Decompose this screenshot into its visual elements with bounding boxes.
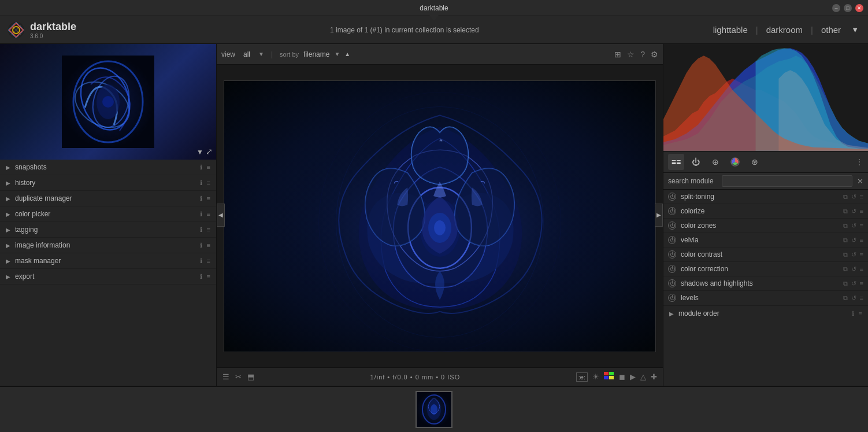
module-reset-split-toning[interactable]: ↺ [851,193,856,201]
panel-color-picker[interactable]: ▶ color picker ℹ ≡ [0,206,216,222]
module-row-color-correction[interactable]: ⏻ color correction ⧉ ↺ ≡ [663,262,868,276]
panel-menu-icon[interactable]: ≡ [207,273,210,280]
panel-export[interactable]: ▶ export ℹ ≡ [0,269,216,285]
module-power-shadows-highlights[interactable]: ⏻ [668,279,676,287]
channel-mixer-icon[interactable]: ⊛ [747,154,763,170]
module-menu-color-correction[interactable]: ≡ [860,265,863,273]
panel-info-icon[interactable]: ℹ [200,242,202,249]
module-menu-velvia[interactable]: ≡ [860,237,863,244]
loupe-icon[interactable]: :e: [576,372,588,382]
panel-tagging[interactable]: ▶ tagging ℹ ≡ [0,222,216,238]
sort-filename-label[interactable]: filename [303,50,329,58]
black-clip-icon[interactable]: ◼ [619,372,625,381]
module-row-colorize[interactable]: ⏻ colorize ⧉ ↺ ≡ [663,204,868,219]
module-order-menu-icon[interactable]: ≡ [859,310,862,317]
module-power-colorize[interactable]: ⏻ [668,207,676,215]
panel-info-icon[interactable]: ℹ [200,273,202,280]
panel-menu-icon[interactable]: ≡ [207,164,210,171]
module-power-color-zones[interactable]: ⏻ [668,221,676,230]
lighttable-nav[interactable]: lighttable [710,23,751,37]
module-reset-velvia[interactable]: ↺ [851,237,856,244]
module-reset-color-contrast[interactable]: ↺ [851,251,856,259]
star-filter-icon[interactable]: ☆ [627,50,635,59]
settings-icon[interactable]: ⚙ [651,50,658,59]
overexpose-icon[interactable]: △ [640,372,646,381]
close-button[interactable]: ✕ [855,4,863,12]
scissors-icon[interactable]: ✂ [235,372,242,381]
module-order-row[interactable]: ▶ module order ℹ ≡ [663,305,868,321]
module-power-levels[interactable]: ⏻ [668,294,676,302]
module-menu-shadows-highlights[interactable]: ≡ [860,280,863,287]
search-module-input[interactable] [722,175,852,187]
panel-info-icon[interactable]: ℹ [200,164,202,171]
module-menu-levels[interactable]: ≡ [860,294,863,302]
panel-info-icon[interactable]: ℹ [200,179,202,187]
params-icon[interactable]: ≡≡ [668,154,684,170]
module-power-split-toning[interactable]: ⏻ [668,193,676,201]
nav-dropdown-button[interactable]: ▼ [849,23,861,36]
module-row-shadows-and-highlights[interactable]: ⏻ shadows and highlights ⧉ ↺ ≡ [663,276,868,291]
active-modules-icon[interactable]: ⏻ [688,154,704,170]
panel-menu-icon[interactable]: ≡ [207,257,210,265]
module-reset-levels[interactable]: ↺ [851,294,856,302]
module-power-velvia[interactable]: ⏻ [668,236,676,244]
view-dropdown-arrow[interactable]: ▼ [258,51,264,57]
panel-history[interactable]: ▶ history ℹ ≡ [0,175,216,191]
module-copy-color-contrast[interactable]: ⧉ [843,251,848,259]
preview-expand-icon[interactable]: ⤢ [206,147,213,156]
filmstrip-thumb-0[interactable] [416,391,452,428]
module-row-levels[interactable]: ⏻ levels ⧉ ↺ ≡ [663,291,868,305]
module-reset-color-correction[interactable]: ↺ [851,265,856,273]
module-reset-colorize[interactable]: ↺ [851,208,856,215]
module-power-color-correction[interactable]: ⏻ [668,265,676,273]
grid-view-icon[interactable]: ⊞ [614,50,621,59]
panel-info-icon[interactable]: ℹ [200,226,202,234]
more-options-icon[interactable]: ⋮ [855,157,863,167]
panel-info-icon[interactable]: ℹ [200,211,202,218]
hamburger-icon[interactable]: ☰ [222,372,229,381]
module-reset-shadows-highlights[interactable]: ↺ [851,280,856,287]
preview-chevron-icon[interactable]: ▼ [196,148,203,156]
color-assessment-icon[interactable] [727,154,743,170]
module-menu-colorize[interactable]: ≡ [860,208,863,215]
panel-duplicate-manager[interactable]: ▶ duplicate manager ℹ ≡ [0,191,216,206]
panel-snapshots[interactable]: ▶ snapshots ℹ ≡ [0,160,216,175]
module-copy-colorize[interactable]: ⧉ [843,208,848,215]
module-copy-levels[interactable]: ⧉ [843,294,848,302]
panel-info-icon[interactable]: ℹ [200,257,202,265]
panel-menu-icon[interactable]: ≡ [207,195,210,202]
minimize-button[interactable]: – [832,4,840,12]
help-icon[interactable]: ? [640,50,645,59]
module-copy-split-toning[interactable]: ⧉ [843,193,848,201]
module-row-color-contrast[interactable]: ⏻ color contrast ⧉ ↺ ≡ [663,248,868,262]
module-power-color-contrast[interactable]: ⏻ [668,250,676,259]
sort-order-button[interactable]: ▲ [344,51,350,57]
panel-image-information[interactable]: ▶ image information ℹ ≡ [0,238,216,253]
other-nav[interactable]: other [818,23,844,37]
module-row-split-toning[interactable]: ⏻ split-toning ⧉ ↺ ≡ [663,190,868,204]
module-order-info-icon[interactable]: ℹ [852,310,854,317]
module-reset-color-zones[interactable]: ↺ [851,222,856,230]
play-icon[interactable]: ▶ [630,372,636,381]
sort-dropdown-arrow[interactable]: ▼ [334,51,340,57]
right-sidebar-collapse[interactable]: ▶ [655,204,663,227]
view-all-button[interactable]: all [240,49,254,60]
all-presets-icon[interactable]: ⊕ [707,154,724,170]
left-sidebar-collapse[interactable]: ◀ [217,204,225,227]
panel-menu-icon[interactable]: ≡ [207,226,210,234]
search-clear-button[interactable]: ✕ [857,177,863,186]
clone-icon[interactable]: ⬒ [247,372,254,381]
panel-mask-manager[interactable]: ▶ mask manager ℹ ≡ [0,253,216,269]
module-menu-color-contrast[interactable]: ≡ [860,251,863,259]
light-icon[interactable]: ☀ [592,372,599,381]
panel-menu-icon[interactable]: ≡ [207,211,210,218]
maximize-button[interactable]: □ [844,4,852,12]
module-row-color-zones[interactable]: ⏻ color zones ⧉ ↺ ≡ [663,219,868,233]
darkroom-nav[interactable]: darkroom [763,23,806,37]
panel-info-icon[interactable]: ℹ [200,195,202,202]
module-menu-color-zones[interactable]: ≡ [860,222,863,230]
module-menu-split-toning[interactable]: ≡ [860,193,863,201]
module-copy-color-correction[interactable]: ⧉ [843,265,848,273]
panel-menu-icon[interactable]: ≡ [207,179,210,187]
module-row-velvia[interactable]: ⏻ velvia ⧉ ↺ ≡ [663,233,868,248]
